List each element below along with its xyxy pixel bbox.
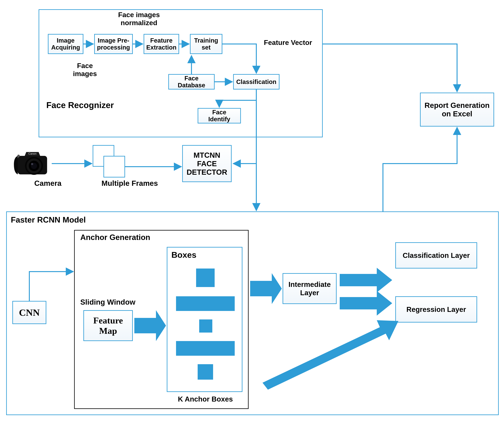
feature-extraction-box: Feature Extraction [144,34,179,54]
k-anchor-boxes-label: K Anchor Boxes [174,395,236,403]
anchor-shape-5 [198,364,213,380]
diagram-canvas: Face images normalized Image Acquiring I… [0,0,504,427]
anchor-shape-3 [199,320,212,333]
mtcnn-box: MTCNN FACE DETECTOR [182,145,232,182]
svg-text:Canon: Canon [28,152,36,155]
sliding-window-label: Sliding Window [80,298,142,306]
image-preprocessing-box: Image Pre- processing [94,34,133,54]
anchor-shape-1 [196,268,215,287]
boxes-title: Boxes [171,250,202,259]
classification-layer-box: Classification Layer [395,242,477,268]
report-generation-box: Report Generation on Excel [420,93,494,127]
face-identify-box: Face Identify [198,108,241,123]
frame-front [103,156,125,177]
anchor-shape-2 [176,296,235,311]
intermediate-layer-box: Intermediate Layer [283,273,337,304]
face-database-box: Face Database [168,74,215,90]
feature-vector-label: Feature Vector [263,38,313,47]
multiple-frames-label: Multiple Frames [97,179,162,188]
cnn-box: CNN [12,301,46,324]
svg-point-6 [31,163,33,165]
face-images-normalized-label: Face images normalized [108,11,170,27]
face-recognizer-title: Face Recognizer [46,100,116,110]
camera-label: Camera [31,179,65,188]
feature-map-box: Feature Map [83,310,133,341]
anchor-generation-title: Anchor Generation [80,233,157,242]
camera-icon: Canon [9,145,51,177]
image-acquiring-box: Image Acquiring [48,34,83,54]
faster-rcnn-title: Faster RCNN Model [11,215,103,225]
training-set-box: Training set [190,34,222,54]
classification-box: Classification [233,74,279,90]
svg-point-7 [17,155,20,157]
regression-layer-box: Regression Layer [395,296,477,322]
face-images-label: Face images [70,62,100,78]
anchor-shape-4 [176,341,235,356]
